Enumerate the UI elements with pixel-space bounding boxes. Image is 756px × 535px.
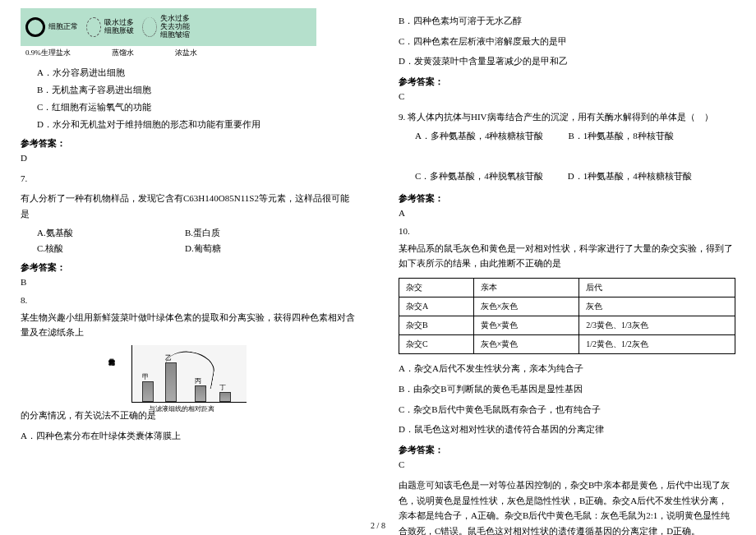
cell-normal-label: 细胞正常 [48, 23, 78, 31]
q9-ans-label: 参考答案： [399, 192, 735, 205]
q7-ans: B [21, 277, 357, 287]
cell-ring-icon [25, 17, 45, 37]
q6-ans: D [21, 153, 357, 163]
th1: 杂交 [399, 279, 474, 297]
q9-opts: A．多种氨基酸，4种核糖核苷酸 B．1种氨基酸，8种核苷酸 C．多种氨基酸，4种… [415, 130, 735, 186]
bar-4 [219, 392, 231, 402]
q10-num: 10. [399, 226, 735, 236]
q7-stem: 有人分析了一种有机物样品，发现它含有C63H140O85N11S2等元素，这样品… [21, 191, 357, 221]
q10-d: D．鼠毛色这对相对性状的遗传符合基因的分离定律 [399, 422, 735, 437]
q9-d: D．1种氨基酸，4种核糖核苷酸 [568, 170, 692, 182]
q7-row2: C.核酸 D.葡萄糖 [37, 242, 357, 255]
q10-b: B．由杂交B可判断鼠的黄色毛基因是显性基因 [399, 381, 735, 397]
cell-broken-icon [142, 17, 157, 37]
cell-thin-icon [86, 17, 101, 37]
page: 细胞正常 吸水过多 细胞胀破 失水过多 失去功能 细胞皱缩 0.9%生理盐水 [0, 0, 756, 510]
q10-ans: C [399, 459, 735, 469]
q8-chart: 色素的相对含量 甲 乙 丙 丁 与滤液细线的相对距离 [131, 345, 247, 403]
q7-num: 7. [21, 171, 357, 187]
q10-ans-label: 参考答案： [399, 444, 735, 456]
q10-table: 杂交 亲本 后代 杂交A 灰色×灰色 灰色 杂交B 黄色×黄色 2/3黄色、1/… [399, 278, 735, 354]
q10-c: C．杂交B后代中黄色毛鼠既有杂合子，也有纯合子 [399, 402, 735, 417]
q8-stem-pre: 某生物兴趣小组用新鲜菠菜叶做叶绿体色素的提取和分离实验，获得四种色素相对含量及在… [21, 310, 357, 340]
q6-ans-label: 参考答案： [21, 137, 357, 150]
shrunk-l3: 细胞皱缩 [160, 31, 190, 39]
bar-lbl-3: 丙 [195, 376, 201, 385]
q8-ans-label: 参考答案： [399, 76, 735, 88]
right-column: B．四种色素均可溶于无水乙醇 C．四种色素在层析液中溶解度最大的是甲 D．发黄菠… [378, 0, 756, 510]
bar-lbl-2: 乙 [165, 353, 172, 362]
q7-row1: A.氨基酸 B.蛋白质 [37, 227, 357, 239]
q6-opt-b: B．无机盐离子容易进出细胞 [37, 84, 357, 96]
chart-xlabel: 与滤液细线的相对距离 [149, 404, 214, 413]
th2: 亲本 [473, 279, 579, 297]
th3: 后代 [579, 279, 735, 297]
q7-b: B.蛋白质 [185, 227, 333, 239]
q7-c: C.核酸 [37, 242, 185, 255]
env3: 浓盐水 [175, 48, 197, 58]
q7-a: A.氨基酸 [37, 227, 185, 239]
q6-opt-d: D．水分和无机盐对于维持细胞的形态和功能有重要作用 [37, 118, 357, 131]
q10-a: A．杂交A后代不发生性状分离，亲本为纯合子 [399, 361, 735, 376]
q8-num: 8. [21, 295, 357, 305]
q8-d: D．发黄菠菜叶中含量显著减少的是甲和乙 [399, 53, 735, 69]
cell-shrunk: 失水过多 失去功能 细胞皱缩 [142, 15, 190, 39]
q9-ans: A [399, 208, 735, 218]
q9-c: C．多种氨基酸，4种脱氧核苷酸 [415, 170, 543, 182]
q8-b: B．四种色素均可溶于无水乙醇 [399, 13, 735, 29]
q7-ans-label: 参考答案： [21, 261, 357, 274]
env2: 蒸馏水 [112, 48, 134, 58]
q8-chart-wrap: 色素的相对含量 甲 乙 丙 丁 与滤液细线的相对距离 [21, 345, 357, 403]
env-labels: 0.9%生理盐水 蒸馏水 浓盐水 [21, 48, 357, 58]
q7-d: D.葡萄糖 [185, 242, 333, 255]
env1: 0.9%生理盐水 [25, 48, 71, 58]
table-row: 杂交A 灰色×灰色 灰色 [399, 297, 735, 316]
q8-ans: C [399, 91, 735, 101]
q10-stem: 某种品系的鼠毛灰色和黄色是一对相对性状，科学家进行了大量的杂交实验，得到了如下表… [399, 241, 735, 271]
q8-a: A．四种色素分布在叶绿体类囊体薄膜上 [21, 428, 357, 444]
cell-normal: 细胞正常 [25, 17, 78, 37]
left-column: 细胞正常 吸水过多 细胞胀破 失水过多 失去功能 细胞皱缩 0.9%生理盐水 [0, 0, 378, 510]
cell-figure: 细胞正常 吸水过多 细胞胀破 失水过多 失去功能 细胞皱缩 [21, 8, 316, 46]
q9-stem: 9. 将人体内抗体与HIV病毒结合产生的沉淀，用有关酶水解得到的单体是（ ） [399, 109, 735, 125]
swollen-l2: 细胞胀破 [104, 27, 134, 35]
bar-3 [195, 385, 206, 402]
bar-1 [142, 381, 154, 402]
q9-b: B．1种氨基酸，8种核苷酸 [568, 130, 673, 142]
q9-a: A．多种氨基酸，4种核糖核苷酸 [415, 130, 543, 142]
table-row: 杂交B 黄色×黄色 2/3黄色、1/3灰色 [399, 316, 735, 335]
table-row: 杂交 亲本 后代 [399, 279, 735, 297]
table-row: 杂交C 灰色×黄色 1/2黄色、1/2灰色 [399, 335, 735, 354]
cell-swollen: 吸水过多 细胞胀破 [86, 17, 134, 37]
q6-opt-c: C．红细胞有运输氧气的功能 [37, 101, 357, 113]
bar-lbl-1: 甲 [142, 372, 149, 381]
q6-opt-a: A．水分容易进出细胞 [37, 67, 357, 79]
page-number: 2 / 8 [371, 521, 385, 530]
q8-c: C．四种色素在层析液中溶解度最大的是甲 [399, 34, 735, 49]
bar-lbl-4: 丁 [219, 383, 226, 392]
q10-exp: 由题意可知该毛色是一对等位基因控制的，杂交B中亲本都是黄色，后代中出现了灰色，说… [399, 477, 735, 535]
